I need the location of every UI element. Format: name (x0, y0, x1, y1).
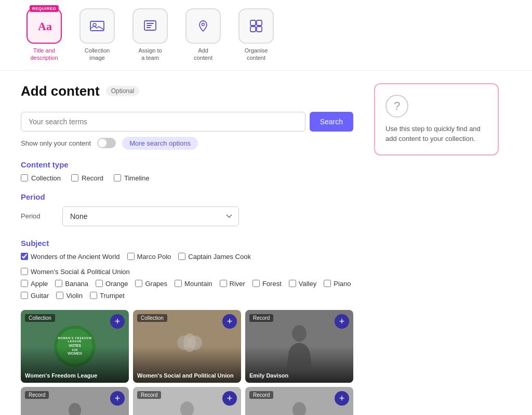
card-type-3: Record (25, 391, 49, 399)
svg-rect-5 (147, 25, 152, 26)
subject-apple-checkbox[interactable] (21, 280, 28, 287)
subject-violin-checkbox[interactable] (56, 292, 63, 299)
step-icon-title: REQUIRED Aa (26, 8, 62, 44)
subject-orange-checkbox[interactable] (96, 280, 103, 287)
subject-violin[interactable]: Violin (56, 292, 83, 300)
card-add-button-0[interactable]: + (110, 314, 125, 329)
subject-captain-cook-label: Captain James Cook (188, 253, 251, 261)
subject-guitar-checkbox[interactable] (21, 292, 28, 299)
card-add-button-1[interactable]: + (222, 314, 237, 329)
card-add-button-4[interactable]: + (222, 391, 237, 406)
subject-guitar[interactable]: Guitar (21, 292, 49, 300)
step-icon-collection-image (79, 8, 115, 44)
subject-banana-label: Banana (65, 280, 88, 288)
result-card-5[interactable]: Record + (245, 387, 353, 415)
subject-orange[interactable]: Orange (96, 280, 128, 288)
subject-mountain[interactable]: Mountain (175, 280, 212, 288)
subject-womens-union-checkbox[interactable] (21, 268, 28, 275)
subject-river-checkbox[interactable] (220, 280, 227, 287)
subject-piano[interactable]: Piano (324, 280, 351, 288)
subject-guitar-label: Guitar (31, 292, 49, 300)
right-panel: ? Use this step to quickly find and add … (374, 83, 499, 415)
subject-apple[interactable]: Apple (21, 280, 48, 288)
subject-valley[interactable]: Valley (289, 280, 316, 288)
card-title-2: Emily Davison (249, 372, 349, 379)
subject-trumpet[interactable]: Trumpet (90, 292, 125, 300)
card-add-button-5[interactable]: + (335, 391, 349, 406)
search-input[interactable] (21, 112, 305, 132)
wizard-step-organise-content[interactable]: Organisecontent (233, 8, 280, 62)
subject-marco-polo[interactable]: Marco Polo (127, 253, 171, 261)
content-type-options: Collection Record Timeline (21, 174, 353, 182)
search-button[interactable]: Search (310, 112, 353, 132)
result-card-3[interactable]: Record + (21, 387, 129, 415)
required-badge: REQUIRED (30, 5, 59, 12)
wizard-step-title[interactable]: REQUIRED Aa Title and description (21, 8, 68, 62)
content-type-collection-checkbox[interactable] (21, 174, 28, 181)
svg-point-16 (69, 403, 81, 415)
result-card-0[interactable]: WOMEN'S FREEDOM LEAGUE VOTES FOR WOMEN C… (21, 310, 129, 383)
subject-womens-union[interactable]: Women's Social & Political Union (21, 268, 130, 276)
subject-wonders[interactable]: Wonders of the Ancient World (21, 253, 120, 261)
content-type-record-checkbox[interactable] (71, 174, 78, 181)
main-content: Add content Optional Search Show only yo… (0, 71, 532, 415)
subject-marco-polo-label: Marco Polo (137, 253, 171, 261)
subject-row-3: Guitar Violin Trumpet (21, 292, 353, 300)
period-field-label: Period (21, 212, 52, 220)
subject-wonders-checkbox[interactable] (21, 253, 28, 260)
wizard-step-collection-image[interactable]: Collectionimage (74, 8, 121, 62)
content-type-timeline-checkbox[interactable] (114, 174, 121, 181)
period-select[interactable]: None Ancient Medieval Modern Contemporar… (62, 206, 239, 226)
content-type-timeline[interactable]: Timeline (114, 174, 150, 182)
page-title: Add content (21, 83, 100, 99)
result-card-2[interactable]: Record + Emily Davison (245, 310, 353, 383)
more-search-options-button[interactable]: More search options (122, 137, 198, 150)
page-title-row: Add content Optional (21, 83, 353, 99)
card-type-4: Record (137, 391, 161, 399)
subject-mountain-checkbox[interactable] (175, 280, 182, 287)
show-only-label: Show only your content (21, 139, 91, 147)
card-type-1: Collection (137, 314, 167, 322)
show-only-toggle[interactable] (97, 138, 116, 148)
wizard-step-assign-team[interactable]: Assign toa team (127, 8, 174, 62)
subject-river-label: River (230, 280, 245, 288)
subject-trumpet-label: Trumpet (100, 292, 125, 300)
subject-forest-checkbox[interactable] (252, 280, 260, 287)
content-type-record[interactable]: Record (71, 174, 103, 182)
wizard-bar: REQUIRED Aa Title and description Collec… (0, 0, 532, 71)
result-card-4[interactable]: Record + (133, 387, 241, 415)
step-label-title: Title and description (21, 47, 68, 62)
result-card-1[interactable]: Collection + Women's Social and Politica… (133, 310, 241, 383)
help-icon: ? (385, 95, 408, 118)
svg-rect-4 (147, 23, 154, 24)
card-type-0: Collection (25, 314, 55, 322)
step-icon-organise-content (238, 8, 274, 44)
subject-valley-checkbox[interactable] (289, 280, 296, 287)
subject-captain-cook-checkbox[interactable] (178, 253, 185, 260)
subject-banana[interactable]: Banana (55, 280, 88, 288)
subject-grapes-checkbox[interactable] (135, 280, 142, 287)
subject-valley-label: Valley (299, 280, 316, 288)
step-label-organise-content: Organisecontent (245, 47, 268, 62)
help-box: ? Use this step to quickly find and add … (374, 83, 499, 155)
svg-point-17 (180, 401, 194, 415)
subject-captain-cook[interactable]: Captain James Cook (178, 253, 251, 261)
step-icon-add-content (185, 8, 221, 44)
left-panel: Add content Optional Search Show only yo… (21, 83, 353, 415)
wizard-step-add-content[interactable]: Addcontent (180, 8, 227, 62)
subject-marco-polo-checkbox[interactable] (127, 253, 135, 260)
content-type-collection[interactable]: Collection (21, 174, 61, 182)
subject-forest[interactable]: Forest (252, 280, 282, 288)
step-icon-assign-team (132, 8, 168, 44)
subject-row-2: Apple Banana Orange Grapes Mountain (21, 280, 353, 288)
card-type-5: Record (249, 391, 273, 399)
help-text: Use this step to quickly find and add co… (385, 124, 487, 144)
subject-piano-checkbox[interactable] (324, 280, 331, 287)
subject-banana-checkbox[interactable] (55, 280, 62, 287)
subject-row-1: Wonders of the Ancient World Marco Polo … (21, 253, 353, 276)
subject-trumpet-checkbox[interactable] (90, 292, 97, 299)
card-add-button-2[interactable]: + (335, 314, 349, 329)
subject-river[interactable]: River (220, 280, 245, 288)
card-add-button-3[interactable]: + (110, 391, 125, 406)
subject-grapes[interactable]: Grapes (135, 280, 167, 288)
